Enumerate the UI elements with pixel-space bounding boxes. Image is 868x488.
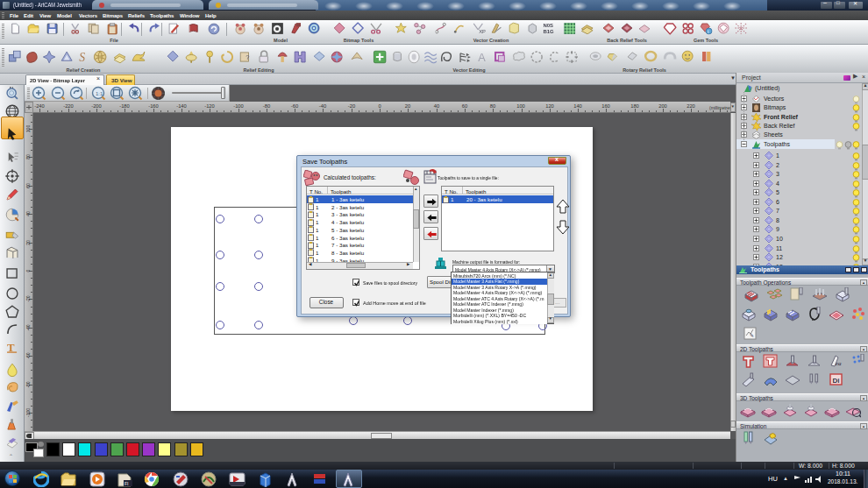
svg-text:ea: ea bbox=[836, 360, 842, 367]
svg-text:XP: XP bbox=[479, 29, 486, 34]
svg-text:B1G: B1G bbox=[544, 29, 555, 34]
svg-text:A: A bbox=[478, 51, 486, 64]
svg-text:i: i bbox=[708, 29, 708, 34]
svg-text:S: S bbox=[79, 51, 85, 64]
svg-text:Di: Di bbox=[833, 377, 840, 385]
svg-text:1:1: 1:1 bbox=[96, 91, 103, 96]
svg-text:FI: FI bbox=[125, 481, 128, 486]
svg-text:N0S: N0S bbox=[544, 23, 554, 28]
svg-text:✎: ✎ bbox=[750, 333, 754, 338]
svg-text:?: ? bbox=[245, 53, 249, 61]
